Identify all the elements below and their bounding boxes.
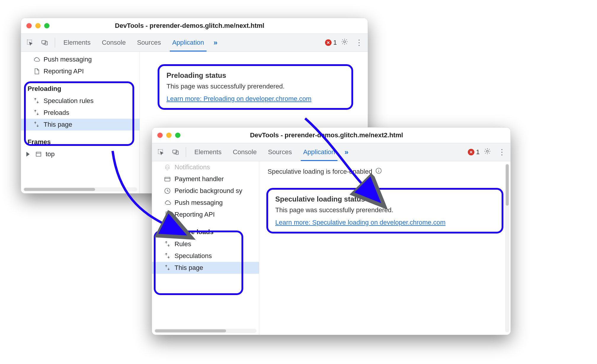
sidebar-item-preloads[interactable]: Preloads — [21, 107, 140, 119]
preload-icon — [164, 241, 171, 248]
sidebar-item-label: This page — [175, 264, 203, 272]
learn-more-link[interactable]: Learn more: Speculative loading on devel… — [275, 219, 446, 226]
learn-more-link[interactable]: Learn more: Preloading on developer.chro… — [167, 95, 311, 102]
inspect-icon[interactable] — [154, 148, 167, 156]
clock-icon — [164, 187, 171, 194]
close-icon[interactable] — [26, 23, 32, 28]
devtools-window-b: DevTools - prerender-demos.glitch.me/nex… — [152, 127, 511, 335]
more-tabs-icon[interactable]: » — [345, 148, 348, 156]
tab-application[interactable]: Application — [298, 143, 340, 161]
tab-sources[interactable]: Sources — [263, 143, 297, 161]
status-heading: Speculative loading status — [275, 195, 494, 203]
tab-strip: Elements Console Sources Application » ✕… — [21, 34, 368, 52]
zoom-icon[interactable] — [44, 23, 49, 28]
errors-badge[interactable]: ✕ 1 — [468, 148, 480, 156]
document-icon — [164, 211, 171, 218]
horizontal-scrollbar[interactable] — [154, 329, 257, 333]
errors-count: 1 — [476, 148, 480, 156]
device-toolbar-icon[interactable] — [38, 39, 51, 46]
sidebar-item-notifications[interactable]: Notifications — [152, 161, 259, 173]
preload-icon — [33, 109, 40, 116]
sidebar-item-payment-handler[interactable]: Payment handler — [152, 173, 259, 185]
preload-icon — [33, 121, 40, 128]
cloud-icon — [164, 199, 171, 206]
force-enabled-note: Speculative loading is force-enabled — [268, 167, 503, 176]
sidebar-item-push-messaging[interactable]: Push messaging — [21, 54, 140, 65]
titlebar: DevTools - prerender-demos.glitch.me/nex… — [21, 18, 368, 34]
sidebar-item-this-page[interactable]: This page — [21, 119, 140, 131]
sidebar-item-this-page[interactable]: This page — [152, 262, 259, 274]
errors-badge[interactable]: ✕ 1 — [325, 39, 337, 46]
sidebar-section-speculative-loads[interactable]: Speculative loads — [152, 226, 259, 238]
preload-icon — [164, 264, 171, 271]
more-tabs-icon[interactable]: » — [214, 38, 217, 47]
sidebar-item-label: Push messaging — [44, 56, 92, 63]
titlebar: DevTools - prerender-demos.glitch.me/nex… — [152, 128, 510, 143]
settings-icon[interactable] — [341, 38, 349, 47]
document-icon — [33, 68, 40, 75]
device-toolbar-icon[interactable] — [169, 148, 182, 156]
note-text: Speculative loading is force-enabled — [268, 168, 372, 175]
divider — [186, 147, 186, 157]
kebab-menu-icon[interactable]: ⋮ — [355, 38, 363, 47]
tab-elements[interactable]: Elements — [59, 34, 95, 51]
sidebar-section-frames[interactable]: Frames — [21, 136, 140, 148]
tab-sources[interactable]: Sources — [132, 34, 166, 51]
sidebar-item-top-frame[interactable]: top — [21, 148, 140, 160]
card-icon — [164, 175, 171, 183]
sidebar-item-push-messaging[interactable]: Push messaging — [152, 197, 259, 209]
horizontal-scrollbar[interactable] — [23, 187, 137, 191]
inspect-icon[interactable] — [23, 39, 36, 46]
info-icon[interactable] — [375, 167, 382, 176]
tab-console[interactable]: Console — [97, 34, 131, 51]
sidebar-item-reporting-api[interactable]: Reporting API — [21, 65, 140, 77]
sidebar-item-label: Payment handler — [175, 175, 224, 183]
sidebar-item-label: Preloads — [44, 109, 69, 117]
status-body: This page was successfully prerendered. — [275, 206, 494, 214]
sidebar-item-reporting-api[interactable]: Reporting API — [152, 209, 259, 220]
traffic-lights — [157, 133, 180, 138]
sidebar-item-label: Reporting API — [44, 67, 84, 75]
sidebar-item-label: top — [46, 150, 55, 158]
divider — [55, 38, 55, 48]
frame-icon — [35, 151, 42, 158]
errors-count: 1 — [333, 39, 337, 46]
status-body: This page was successfully prerendered. — [167, 83, 344, 90]
sidebar: Notifications Payment handler Periodic b… — [152, 161, 259, 335]
sidebar-item-label: Reporting API — [175, 211, 215, 218]
cloud-icon — [33, 56, 40, 63]
preload-icon — [164, 252, 171, 260]
tab-console[interactable]: Console — [228, 143, 262, 161]
error-icon: ✕ — [468, 149, 474, 155]
error-icon: ✕ — [325, 39, 332, 46]
sidebar-item-speculations[interactable]: Speculations — [152, 250, 259, 262]
vertical-scrollbar[interactable] — [505, 164, 509, 332]
settings-icon[interactable] — [484, 148, 492, 157]
traffic-lights — [26, 23, 49, 28]
status-heading: Preloading status — [167, 71, 344, 80]
preload-icon — [33, 97, 40, 104]
sidebar-item-speculation-rules[interactable]: Speculation rules — [21, 95, 140, 107]
close-icon[interactable] — [157, 133, 163, 138]
window-title: DevTools - prerender-demos.glitch.me/nex… — [52, 22, 362, 30]
sidebar-item-label: Speculation rules — [44, 97, 94, 105]
kebab-menu-icon[interactable]: ⋮ — [498, 148, 506, 157]
window-title: DevTools - prerender-demos.glitch.me/nex… — [183, 131, 505, 139]
sidebar-item-rules[interactable]: Rules — [152, 238, 259, 250]
status-callout: Speculative loading status This page was… — [266, 188, 503, 233]
sidebar-item-label: Push messaging — [175, 199, 223, 207]
sidebar-item-label: Periodic background sy — [175, 187, 242, 195]
content-panel: Speculative loading is force-enabled Spe… — [259, 161, 510, 335]
tab-elements[interactable]: Elements — [190, 143, 226, 161]
tab-application[interactable]: Application — [167, 34, 209, 51]
sidebar: Push messaging Reporting API Preloading … — [21, 52, 140, 193]
status-callout: Preloading status This page was successf… — [158, 64, 353, 110]
sidebar-item-periodic-bg-sync[interactable]: Periodic background sy — [152, 185, 259, 197]
zoom-icon[interactable] — [175, 133, 180, 138]
minimize-icon[interactable] — [35, 23, 41, 28]
sidebar-section-preloading[interactable]: Preloading — [21, 83, 140, 95]
sidebar-item-label: This page — [44, 121, 72, 128]
minimize-icon[interactable] — [166, 133, 172, 138]
sidebar-item-label: Speculations — [175, 252, 212, 260]
sidebar-item-label: Rules — [175, 240, 191, 248]
